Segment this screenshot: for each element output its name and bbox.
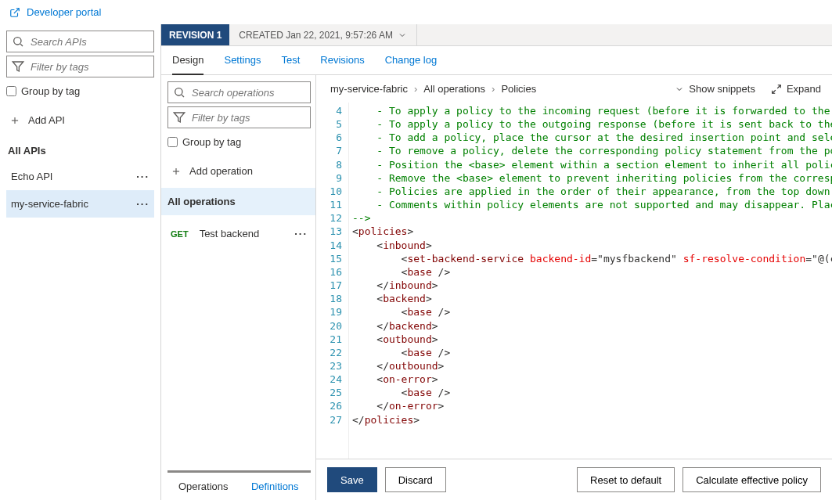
editor-footer: Save Discard Reset to default Calculate … — [316, 459, 832, 500]
plus-icon — [171, 166, 182, 177]
revision-bar: REVISION 1 CREATED Jan 22, 2021, 9:57:26… — [161, 24, 832, 46]
more-icon[interactable]: ··· — [136, 171, 149, 182]
show-snippets-label: Show snippets — [689, 83, 755, 95]
operation-name: Test backend — [200, 228, 260, 239]
tab-revisions[interactable]: Revisions — [320, 46, 364, 74]
svg-line-2 — [20, 44, 23, 46]
svg-line-0 — [14, 8, 19, 13]
line-gutter: 4567891011121314151617181920212223242526… — [316, 103, 349, 459]
chevron-down-icon — [398, 31, 407, 40]
group-ops-by-tag-label: Group by tag — [182, 136, 241, 148]
add-api-label: Add API — [28, 114, 65, 126]
plus-icon — [9, 115, 20, 126]
discard-button[interactable]: Discard — [385, 467, 446, 492]
api-item-label: my-service-fabric — [11, 198, 88, 210]
tab-design[interactable]: Design — [172, 46, 203, 75]
revision-created-dropdown[interactable]: CREATED Jan 22, 2021, 9:57:26 AM — [229, 24, 417, 45]
api-item-label: Echo API — [11, 171, 52, 182]
search-operations-input[interactable] — [190, 86, 310, 99]
svg-point-1 — [14, 38, 21, 45]
operations-sidebar: Group by tag Add operation All operation… — [161, 75, 316, 500]
api-item-echo[interactable]: Echo API ··· — [6, 163, 154, 190]
reset-to-default-button[interactable]: Reset to default — [577, 467, 675, 492]
group-by-tag-checkbox[interactable]: Group by tag — [6, 85, 154, 97]
show-snippets-button[interactable]: Show snippets — [675, 83, 755, 95]
tab-test[interactable]: Test — [281, 46, 300, 74]
add-operation-button[interactable]: Add operation — [167, 160, 311, 182]
crumb-page: Policies — [501, 83, 536, 95]
filter-icon — [173, 111, 185, 124]
group-ops-by-tag-checkbox[interactable]: Group by tag — [167, 136, 311, 148]
external-link-icon — [9, 7, 20, 18]
add-operation-label: Add operation — [189, 165, 253, 177]
all-apis-heading: All APIs — [8, 145, 154, 157]
policy-editor[interactable]: 4567891011121314151617181920212223242526… — [316, 103, 832, 459]
api-item-my-service-fabric[interactable]: my-service-fabric ··· — [6, 190, 154, 218]
svg-marker-3 — [13, 62, 23, 71]
add-api-button[interactable]: Add API — [6, 110, 154, 131]
tab-settings[interactable]: Settings — [224, 46, 261, 74]
breadcrumb: my-service-fabric› All operations› Polic… — [330, 83, 536, 95]
all-operations-item[interactable]: All operations — [161, 188, 315, 215]
more-icon[interactable]: ··· — [136, 198, 149, 210]
svg-line-11 — [777, 85, 780, 88]
search-apis-field[interactable] — [6, 31, 154, 52]
filter-tags-field[interactable] — [6, 56, 154, 77]
search-icon — [12, 35, 24, 48]
expand-label: Expand — [787, 83, 821, 95]
crumb-api[interactable]: my-service-fabric — [330, 83, 408, 95]
filter-tags-input[interactable] — [29, 60, 153, 74]
bottom-tab-definitions[interactable]: Definitions — [240, 473, 312, 500]
revision-badge[interactable]: REVISION 1 — [161, 24, 229, 45]
filter-operations-input[interactable] — [190, 111, 310, 124]
more-icon[interactable]: ··· — [294, 228, 308, 239]
group-by-tag-box[interactable] — [6, 86, 16, 96]
api-tabs: Design Settings Test Revisions Change lo… — [161, 46, 832, 75]
expand-button[interactable]: Expand — [771, 83, 821, 95]
save-button[interactable]: Save — [327, 467, 377, 492]
calculate-effective-policy-button[interactable]: Calculate effective policy — [683, 467, 821, 492]
crumb-ops[interactable]: All operations — [423, 83, 485, 95]
svg-line-7 — [182, 95, 184, 97]
revision-created-label: CREATED Jan 22, 2021, 9:57:26 AM — [239, 30, 393, 41]
bottom-tab-operations[interactable]: Operations — [167, 473, 240, 500]
expand-icon — [771, 84, 782, 95]
developer-portal-link[interactable]: Developer portal — [0, 0, 832, 24]
tab-change-log[interactable]: Change log — [385, 46, 438, 74]
filter-icon — [12, 60, 24, 73]
filter-operations-field[interactable] — [167, 106, 311, 128]
svg-line-12 — [773, 90, 776, 93]
group-ops-by-tag-box[interactable] — [167, 137, 178, 147]
operation-item[interactable]: GET Test backend ··· — [167, 221, 311, 246]
search-operations-field[interactable] — [167, 81, 311, 103]
http-verb-badge: GET — [171, 229, 189, 239]
api-sidebar: Group by tag Add API All APIs Echo API ·… — [0, 24, 161, 500]
svg-point-6 — [175, 88, 182, 95]
code-area[interactable]: - To apply a policy to the incoming requ… — [349, 103, 832, 459]
chevron-down-icon — [675, 85, 684, 94]
svg-marker-8 — [174, 113, 184, 122]
developer-portal-label: Developer portal — [27, 6, 101, 18]
operations-bottom-tabs: Operations Definitions — [167, 470, 311, 500]
group-by-tag-label: Group by tag — [21, 85, 80, 97]
search-apis-input[interactable] — [29, 35, 153, 49]
search-icon — [173, 86, 185, 99]
